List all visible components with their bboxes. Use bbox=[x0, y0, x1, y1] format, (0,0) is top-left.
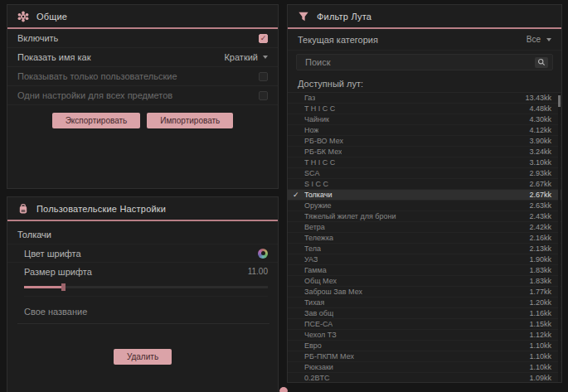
loot-list-item[interactable]: ✓ Толкачи 2.67kk bbox=[288, 190, 561, 201]
app-window: Общие Включить ✓ Показать имя как Кратки… bbox=[0, 0, 568, 392]
loot-list-item[interactable]: ПСЕ-СА 1.15kk bbox=[288, 319, 561, 330]
custom-settings-panel: Пользовательские Настройки Толкачи Цвет … bbox=[7, 196, 279, 392]
general-panel-title: Общие bbox=[36, 12, 67, 22]
loot-item-name: Чехол ТЗ bbox=[304, 331, 337, 339]
loot-item-name: Нож bbox=[304, 126, 318, 134]
loot-item-name: Евро bbox=[304, 341, 322, 350]
slider-handle[interactable] bbox=[61, 283, 66, 291]
loot-list-item[interactable]: УАЗ 1.90kk bbox=[288, 254, 561, 265]
loot-item-name: Ветра bbox=[304, 223, 325, 231]
loot-list-item[interactable]: Тела 2.13kk bbox=[288, 244, 561, 254]
loot-list-item[interactable]: Ветра 2.42kk bbox=[288, 222, 561, 233]
font-size-label: Размер шрифта bbox=[24, 267, 92, 277]
loot-list-item[interactable]: Гамма 1.83kk bbox=[288, 265, 561, 276]
loot-item-name: РБ-ПКПМ Мех bbox=[304, 352, 354, 361]
loot-list-item[interactable]: Оружие 2.63kk bbox=[288, 201, 561, 211]
custom-name-input[interactable] bbox=[17, 302, 269, 324]
loot-list-item[interactable]: Общ Мех 1.83kk bbox=[288, 276, 561, 287]
loot-list-item[interactable]: Нож 4.12kk bbox=[288, 125, 561, 136]
delete-button[interactable]: Удалить bbox=[114, 349, 172, 365]
loot-list-item[interactable]: Тяжелый жилет для брони 2.43kk bbox=[288, 211, 561, 222]
category-label: Текущая категория bbox=[298, 35, 378, 45]
loot-item-value: 1.12kk bbox=[529, 331, 551, 339]
loot-list-item[interactable]: 0.2BTC 1.09kk bbox=[288, 373, 561, 383]
loot-item-name: Тихая bbox=[304, 298, 324, 307]
loot-list-scrollbar[interactable] bbox=[558, 94, 561, 383]
loot-item-value: 1.15kk bbox=[529, 320, 551, 328]
loot-list-item[interactable]: Рюкзаки 1.10kk bbox=[288, 362, 561, 373]
loot-item-name: Гамма bbox=[304, 266, 327, 274]
loot-list-item[interactable]: РБ-ПКПМ Мех 1.10kk bbox=[288, 351, 561, 362]
loot-list-item[interactable]: Тележка 2.16kk bbox=[288, 233, 561, 244]
loot-check-icon: ✓ bbox=[293, 190, 299, 200]
loot-list-item[interactable]: Чехол ТЗ 1.12kk bbox=[288, 330, 561, 341]
category-row: Текущая категория Все bbox=[288, 29, 561, 51]
font-size-slider[interactable] bbox=[24, 283, 268, 297]
enable-label: Включить bbox=[17, 33, 58, 43]
category-select-value: Все bbox=[527, 35, 541, 44]
font-size-row: Размер шрифта 11.00 bbox=[7, 263, 278, 280]
show-name-select-value: Краткий bbox=[224, 52, 258, 62]
search-icon[interactable] bbox=[535, 57, 548, 68]
gear-flower-icon bbox=[17, 11, 29, 22]
show-name-label: Показать имя как bbox=[17, 52, 91, 62]
loot-list-item[interactable]: Евро 1.10kk bbox=[288, 341, 561, 351]
color-wheel-icon[interactable] bbox=[258, 249, 268, 259]
loot-list-item[interactable]: Заброш Зав Мех 1.77kk bbox=[288, 287, 561, 298]
loot-item-value: 1.83kk bbox=[529, 277, 551, 285]
enable-row: Включить ✓ bbox=[7, 29, 278, 48]
loot-item-name: ПСЕ-СА bbox=[304, 320, 333, 328]
loot-item-value: 2.67kk bbox=[529, 191, 551, 199]
loot-item-value: 4.48kk bbox=[529, 104, 551, 113]
funnel-icon bbox=[298, 11, 309, 22]
only-custom-checkbox[interactable]: ✓ bbox=[259, 72, 268, 81]
loot-item-value: 13.43kk bbox=[525, 94, 551, 102]
loot-list-item[interactable]: S I C C 2.67kk bbox=[288, 179, 561, 190]
backpack-icon bbox=[17, 203, 29, 215]
loot-list-item[interactable]: T H I C C 4.48kk bbox=[288, 104, 561, 114]
loot-item-value: 1.83kk bbox=[529, 266, 551, 274]
loot-item-name: Толкачи bbox=[304, 191, 333, 199]
same-settings-checkbox[interactable]: ✓ bbox=[259, 91, 268, 100]
general-settings-panel: Общие Включить ✓ Показать имя как Кратки… bbox=[7, 4, 279, 189]
loot-item-value: 2.67kk bbox=[529, 180, 551, 188]
loot-list-item[interactable]: Тихая 1.20kk bbox=[288, 298, 561, 308]
loot-item-value: 1.10kk bbox=[529, 363, 551, 371]
loot-item-name: Заброш Зав Мех bbox=[304, 288, 362, 296]
delete-row: Удалить bbox=[7, 327, 278, 365]
chevron-down-icon bbox=[263, 56, 268, 59]
loot-item-value: 2.16kk bbox=[529, 234, 551, 242]
loot-list-item[interactable]: Чайник 4.30kk bbox=[288, 114, 561, 125]
only-custom-row: Показывать только пользовательские ✓ bbox=[7, 67, 278, 86]
loot-item-value: 1.10kk bbox=[529, 352, 551, 361]
search-box bbox=[296, 54, 553, 70]
loot-item-name: УАЗ bbox=[304, 255, 318, 264]
only-custom-label: Показывать только пользовательские bbox=[17, 71, 177, 81]
loot-item-value: 1.10kk bbox=[529, 341, 551, 350]
enable-checkbox[interactable]: ✓ bbox=[259, 34, 268, 43]
loot-item-value: 4.30kk bbox=[529, 115, 551, 123]
loot-item-name: SCA bbox=[304, 169, 320, 177]
loot-item-name: РБ-БК Мех bbox=[304, 148, 342, 156]
general-panel-header: Общие bbox=[7, 5, 278, 29]
loot-item-value: 2.42kk bbox=[529, 223, 551, 231]
loot-item-value: 2.63kk bbox=[529, 201, 551, 210]
loot-item-name: Тела bbox=[304, 244, 321, 253]
scrollbar-thumb[interactable] bbox=[558, 95, 561, 107]
slider-fill bbox=[24, 286, 63, 288]
search-input[interactable] bbox=[303, 56, 531, 68]
loot-list-item[interactable]: Зав общ 1.16kk bbox=[288, 308, 561, 319]
loot-item-name: Тяжелый жилет для брони bbox=[304, 212, 396, 220]
import-button[interactable]: Импортировать bbox=[147, 113, 233, 128]
loot-list-item[interactable]: T H I C C 3.10kk bbox=[288, 157, 561, 168]
category-select[interactable]: Все bbox=[527, 35, 551, 44]
show-name-row: Показать имя как Краткий bbox=[7, 48, 278, 67]
show-name-select[interactable]: Краткий bbox=[224, 52, 268, 62]
export-button[interactable]: Экспортировать bbox=[52, 113, 141, 128]
loot-list-item[interactable]: SCA 2.93kk bbox=[288, 168, 561, 179]
loot-list-item[interactable]: РБ-ВО Мех 3.90kk bbox=[288, 136, 561, 147]
loot-list-item[interactable]: РБ-БК Мех 3.24kk bbox=[288, 147, 561, 157]
loot-item-value: 4.12kk bbox=[529, 126, 551, 134]
loot-list-item[interactable]: Газ 13.43kk bbox=[288, 93, 561, 104]
loot-item-value: 2.43kk bbox=[529, 212, 551, 220]
